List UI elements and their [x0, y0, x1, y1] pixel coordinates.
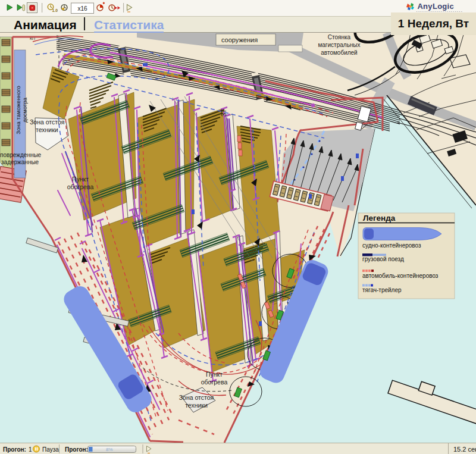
svg-text:Зона таможенного: Зона таможенного — [15, 86, 21, 134]
svg-text:x16: x16 — [77, 5, 87, 12]
svg-text:обогрева: обогрева — [201, 378, 228, 386]
svg-text:Зона отстоя: Зона отстоя — [30, 118, 65, 126]
svg-text:тягач-трейлер: тягач-трейлер — [362, 287, 402, 293]
svg-text:15.2 сек: 15.2 сек — [453, 446, 476, 453]
svg-text:Стоянка: Стоянка — [328, 34, 351, 40]
svg-text:Прогон:: Прогон: — [65, 446, 88, 453]
svg-text:автомобиль-контейнеровоз: автомобиль-контейнеровоз — [362, 273, 439, 279]
svg-text:магистральных: магистральных — [318, 42, 360, 48]
svg-text:техники: техники — [185, 402, 208, 409]
svg-text:техники: техники — [36, 126, 58, 133]
svg-text:судно-контейнеровоз: судно-контейнеровоз — [362, 242, 421, 249]
svg-text:автомобилей: автомобилей — [321, 49, 357, 56]
svg-text:3Т: 3Т — [220, 109, 227, 117]
svg-text:Пункт: Пункт — [206, 371, 223, 378]
svg-text:досмотра: досмотра — [21, 97, 28, 123]
svg-text:обогрева: обогрева — [67, 183, 94, 190]
svg-text:Зона отстоя: Зона отстоя — [179, 394, 214, 401]
svg-text:1: 1 — [29, 446, 32, 453]
svg-text:сооружения: сооружения — [221, 36, 258, 43]
svg-text:задержанные: задержанные — [1, 159, 39, 165]
svg-text:8%: 8% — [106, 447, 113, 452]
svg-text:Легенда: Легенда — [363, 214, 396, 223]
svg-text:Прогон:: Прогон: — [3, 446, 26, 453]
svg-text:поврежденные: поврежденные — [0, 152, 42, 158]
svg-text:Пауза: Пауза — [42, 446, 59, 453]
svg-text:грузовой поезд: грузовой поезд — [362, 256, 404, 262]
svg-text:Пункт: Пункт — [72, 176, 89, 183]
svg-text:1.0: 1.0 — [52, 8, 58, 12]
